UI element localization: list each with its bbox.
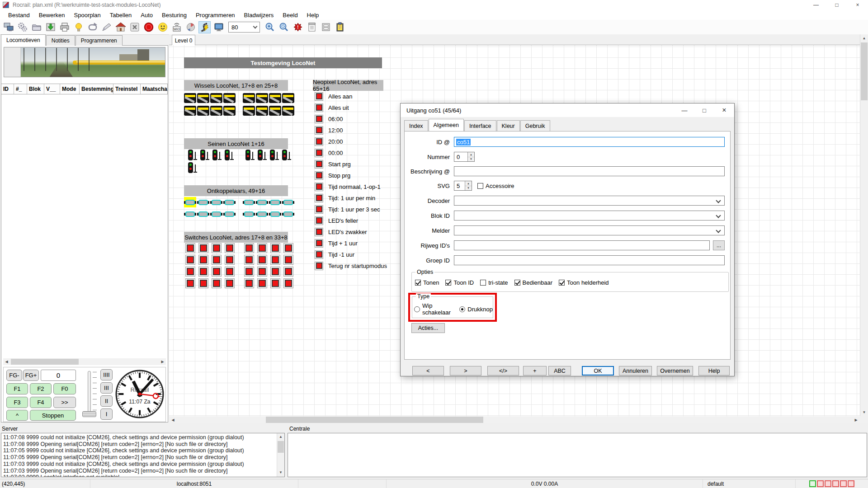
home-icon[interactable]: [114, 21, 127, 33]
output-button[interactable]: [212, 267, 222, 277]
server-log-vscrollbar[interactable]: ▲ ▼: [277, 433, 284, 477]
signal-symbol[interactable]: [187, 150, 198, 161]
col-v[interactable]: V__: [44, 84, 60, 94]
open-folder-icon[interactable]: [30, 21, 42, 33]
annuleren-button[interactable]: Annuleren: [619, 366, 652, 375]
scroll-left-icon[interactable]: ◀: [169, 416, 177, 423]
turnout-symbol[interactable]: [184, 93, 196, 103]
emergency-stop-icon[interactable]: [142, 21, 155, 33]
output-button[interactable]: [225, 243, 235, 253]
output-button[interactable]: [283, 267, 293, 277]
menu-besturing[interactable]: Besturing: [157, 12, 191, 19]
hscroll-thumb[interactable]: [266, 417, 483, 423]
col-mode[interactable]: Mode: [60, 84, 80, 94]
output-button[interactable]: [198, 267, 208, 277]
tab-algemeen[interactable]: Algemeen: [429, 119, 464, 131]
output-button[interactable]: [315, 194, 323, 202]
groep-id-input[interactable]: [454, 255, 725, 265]
dialog-close-button[interactable]: ×: [714, 103, 734, 117]
print-icon[interactable]: [58, 21, 71, 33]
melder-combobox[interactable]: [454, 225, 725, 235]
rijweg-browse-button[interactable]: ...: [713, 240, 725, 250]
output-button[interactable]: [198, 243, 208, 253]
xml-button[interactable]: </>: [487, 366, 519, 375]
col-blok[interactable]: Blok: [27, 84, 44, 94]
monitor-icon[interactable]: [212, 21, 225, 33]
save-icon[interactable]: [44, 21, 57, 33]
scroll-up-icon[interactable]: ▲: [860, 34, 868, 42]
output-button[interactable]: [212, 278, 222, 288]
output-button[interactable]: [257, 278, 267, 288]
speed-slider[interactable]: [88, 371, 91, 417]
tab-programmeren[interactable]: Programmeren: [75, 35, 123, 46]
scroll-right-icon[interactable]: ▶: [852, 416, 860, 423]
decoder-combobox[interactable]: [454, 196, 725, 206]
output-button[interactable]: [315, 205, 323, 214]
decoupler-symbol[interactable]: [269, 197, 281, 207]
beschrijving-input[interactable]: [454, 166, 725, 176]
turnout-symbol[interactable]: [223, 93, 236, 103]
col-number[interactable]: #_: [14, 84, 27, 94]
scroll-down-icon[interactable]: ▼: [860, 408, 868, 416]
plan-hscrollbar[interactable]: ◀ ▶: [169, 416, 860, 423]
id-input[interactable]: co51: [454, 137, 725, 147]
accessoire-checkbox[interactable]: Accessoire: [477, 183, 514, 189]
signal-symbol[interactable]: [281, 150, 292, 161]
decoupler-symbol[interactable]: [256, 209, 268, 219]
output-button[interactable]: [315, 262, 323, 270]
decoupler-symbol[interactable]: [282, 197, 294, 207]
output-button[interactable]: [270, 278, 280, 288]
nummer-spinner[interactable]: 0▲▼: [454, 152, 475, 162]
blok-id-combobox[interactable]: [454, 211, 725, 221]
output-button[interactable]: [283, 243, 293, 253]
workstation-icon[interactable]: [2, 21, 14, 33]
fg-plus-button[interactable]: FG+: [23, 370, 39, 381]
prev-button[interactable]: <: [412, 366, 444, 375]
menu-help[interactable]: Help: [302, 12, 324, 19]
output-button[interactable]: [315, 160, 323, 169]
output-button[interactable]: [315, 250, 323, 259]
clipboard-icon[interactable]: [334, 21, 346, 33]
scroll-down-icon[interactable]: ▼: [277, 469, 284, 477]
alert-star-icon[interactable]: !: [292, 21, 304, 33]
output-button[interactable]: [315, 103, 323, 112]
output-button[interactable]: [315, 137, 323, 146]
output-button[interactable]: [283, 255, 293, 265]
output-button[interactable]: [225, 255, 235, 265]
menu-bestand[interactable]: Bestand: [4, 12, 34, 19]
svg-spinner[interactable]: 5▲▼: [454, 181, 472, 191]
signal-symbol[interactable]: [212, 150, 222, 161]
turnout-symbol[interactable]: [223, 106, 236, 116]
output-button[interactable]: [185, 255, 195, 265]
zoom-fit-icon[interactable]: [278, 21, 290, 33]
card-index-icon[interactable]: [320, 21, 332, 33]
output-button[interactable]: [244, 278, 254, 288]
menu-bladwijzers[interactable]: Bladwijzers: [240, 12, 278, 19]
turnout-symbol[interactable]: [210, 93, 222, 103]
step4-button[interactable]: IIII: [100, 369, 113, 380]
output-button[interactable]: [225, 267, 235, 277]
f1-button[interactable]: F1: [6, 383, 28, 394]
wio-icon[interactable]: WIO: [170, 21, 183, 33]
turnout-symbol[interactable]: [197, 93, 209, 103]
scroll-right-icon[interactable]: ▶: [159, 358, 166, 365]
signal-symbol[interactable]: [257, 150, 268, 161]
track-power-icon[interactable]: [198, 21, 211, 33]
notes-icon[interactable]: [306, 21, 318, 33]
turnout-symbol[interactable]: [243, 93, 255, 103]
tab-gebruik[interactable]: Gebruik: [520, 120, 550, 131]
output-button[interactable]: [315, 239, 323, 248]
turnout-symbol[interactable]: [256, 106, 268, 116]
f3-button[interactable]: F3: [6, 397, 28, 408]
output-button[interactable]: [198, 278, 208, 288]
output-button[interactable]: [257, 267, 267, 277]
output-button[interactable]: [185, 267, 195, 277]
output-button[interactable]: [315, 126, 323, 135]
menu-tabellen[interactable]: Tabellen: [105, 12, 136, 19]
step3-button[interactable]: III: [100, 382, 113, 394]
tab-locomotieven[interactable]: Locomotieven: [1, 34, 46, 46]
close-box-icon[interactable]: [128, 21, 141, 33]
signal-symbol[interactable]: [245, 150, 255, 161]
menu-auto[interactable]: Auto: [136, 12, 157, 19]
tab-interface[interactable]: Interface: [464, 120, 496, 131]
